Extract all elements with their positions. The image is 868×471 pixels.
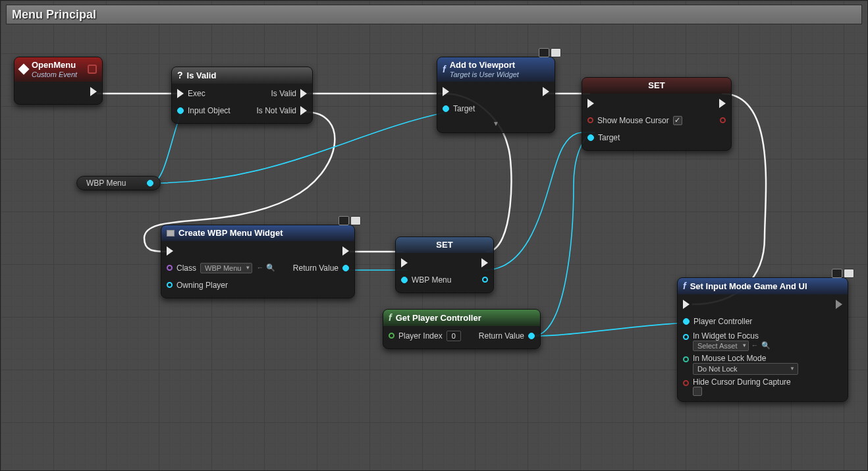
node-header: SET bbox=[582, 78, 731, 94]
value-out-pin[interactable] bbox=[720, 117, 726, 123]
question-icon: ? bbox=[177, 70, 183, 81]
node-header: SET bbox=[396, 237, 493, 253]
node-set-wbp[interactable]: SET WBP Menu bbox=[395, 236, 494, 293]
node-set-cursor[interactable]: SET Show Mouse Cursor ✓ Target bbox=[582, 77, 732, 151]
event-icon bbox=[18, 64, 30, 75]
wbp-in-pin[interactable]: WBP Menu bbox=[401, 275, 451, 285]
player-index-pin[interactable]: Player Index bbox=[389, 331, 461, 341]
exec-out-pin[interactable] bbox=[90, 87, 97, 96]
exec-in-pin[interactable] bbox=[683, 300, 690, 309]
wbp-out-pin[interactable] bbox=[482, 277, 488, 283]
exec-out-pin[interactable] bbox=[836, 300, 842, 309]
class-selector[interactable]: WBP Menu bbox=[200, 263, 252, 273]
isnotvalid-out-pin[interactable]: Is Not Valid bbox=[257, 106, 307, 115]
lock-mode-pin[interactable]: In Mouse Lock Mode Do Not Lock bbox=[683, 354, 798, 375]
exec-out-pin[interactable] bbox=[543, 87, 549, 96]
expand-arrow-icon[interactable]: ▼ bbox=[443, 120, 549, 127]
exec-out-pin[interactable] bbox=[719, 99, 726, 108]
comment-title-bar[interactable]: Menu Principal bbox=[6, 5, 862, 24]
exec-in-pin[interactable] bbox=[167, 246, 173, 256]
player-index-input[interactable] bbox=[447, 331, 461, 341]
node-title: Add to Viewport bbox=[450, 60, 519, 70]
node-title: Set Input Mode Game And UI bbox=[690, 281, 807, 292]
show-cursor-checkbox[interactable]: ✓ bbox=[673, 116, 682, 125]
exec-in-pin[interactable] bbox=[587, 99, 594, 108]
owning-player-pin[interactable]: Owning Player bbox=[167, 281, 228, 290]
node-title: Is Valid bbox=[187, 70, 217, 81]
badges bbox=[539, 48, 561, 57]
exec-out-pin[interactable] bbox=[481, 258, 488, 267]
function-icon: f bbox=[389, 312, 392, 323]
variable-out-pin[interactable] bbox=[147, 180, 153, 186]
node-get-player-controller[interactable]: f Get Player Controller Player Index Ret… bbox=[383, 309, 541, 349]
node-title: Get Player Controller bbox=[396, 313, 481, 323]
node-title: SET bbox=[401, 240, 488, 250]
widget-focus-pin[interactable]: In Widget to Focus Select Asset ←🔍 bbox=[683, 331, 771, 351]
lock-mode-dropdown[interactable]: Do Not Lock bbox=[693, 363, 798, 375]
node-subtitle: Custom Event bbox=[32, 70, 77, 79]
node-title: OpenMenu bbox=[32, 60, 77, 70]
hide-cursor-pin[interactable]: Hide Cursor During Capture bbox=[683, 377, 791, 396]
badges bbox=[832, 269, 854, 278]
show-cursor-pin[interactable]: Show Mouse Cursor ✓ bbox=[587, 116, 682, 125]
blueprint-canvas[interactable]: Menu Principal OpenMenu Custom Event bbox=[0, 0, 868, 471]
widget-focus-selector[interactable]: Select Asset bbox=[693, 341, 749, 351]
target-pin[interactable]: Target bbox=[443, 104, 475, 113]
isvalid-out-pin[interactable]: Is Valid bbox=[271, 89, 307, 98]
badges bbox=[339, 216, 361, 225]
node-header: f Get Player Controller bbox=[383, 310, 540, 326]
variable-wbp-menu[interactable]: WBP Menu bbox=[76, 176, 161, 190]
node-isvalid[interactable]: ? Is Valid Exec Is Valid Input Object Is… bbox=[171, 67, 313, 124]
class-pin[interactable]: Class WBP Menu ←🔍 bbox=[167, 263, 275, 273]
node-set-input-mode[interactable]: f Set Input Mode Game And UI Player Cont… bbox=[677, 277, 848, 402]
variable-label: WBP Menu bbox=[86, 179, 126, 188]
breakpoint-icon[interactable] bbox=[88, 65, 97, 74]
player-controller-pin[interactable]: Player Controller bbox=[683, 317, 752, 326]
exec-in-pin[interactable] bbox=[443, 87, 449, 96]
node-header: ? Is Valid bbox=[172, 67, 312, 84]
nav-arrows-icon[interactable]: ←🔍 bbox=[256, 263, 275, 272]
nav-arrows-icon[interactable]: ←🔍 bbox=[751, 341, 771, 350]
node-subtitle: Target is User Widget bbox=[450, 70, 519, 79]
node-add-to-viewport[interactable]: f Add to Viewport Target is User Widget … bbox=[437, 57, 555, 133]
target-pin[interactable]: Target bbox=[587, 133, 620, 142]
node-openmenu[interactable]: OpenMenu Custom Event bbox=[14, 57, 103, 105]
return-value-pin[interactable]: Return Value bbox=[479, 331, 535, 341]
comment-title: Menu Principal bbox=[12, 8, 96, 22]
return-value-pin[interactable]: Return Value bbox=[293, 263, 349, 273]
node-header: OpenMenu Custom Event bbox=[14, 57, 102, 82]
node-header: f Add to Viewport Target is User Widget bbox=[437, 57, 555, 82]
function-icon: f bbox=[443, 64, 446, 75]
exec-in-pin[interactable] bbox=[401, 258, 408, 267]
node-title: Create WBP Menu Widget bbox=[178, 228, 283, 238]
widget-icon bbox=[167, 230, 175, 236]
node-title: SET bbox=[587, 80, 726, 91]
node-header: Create WBP Menu Widget bbox=[161, 225, 354, 241]
hide-cursor-checkbox[interactable] bbox=[693, 387, 702, 396]
node-header: f Set Input Mode Game And UI bbox=[678, 278, 848, 294]
exec-out-pin[interactable] bbox=[342, 246, 349, 256]
exec-in-pin[interactable]: Exec bbox=[177, 89, 205, 98]
node-create-widget[interactable]: Create WBP Menu Widget Class WBP Menu ←🔍… bbox=[161, 225, 355, 298]
input-object-pin[interactable]: Input Object bbox=[177, 106, 231, 115]
function-icon: f bbox=[683, 281, 686, 292]
